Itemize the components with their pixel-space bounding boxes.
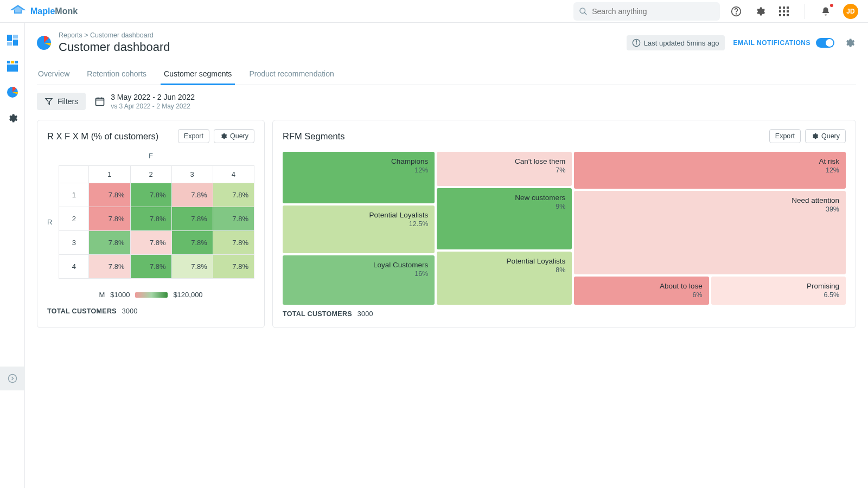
calendar-icon (94, 96, 105, 107)
heatmap-cell[interactable]: 7.8% (213, 183, 254, 207)
gear-icon[interactable] (754, 5, 767, 18)
heatmap-cell[interactable]: 7.8% (171, 231, 213, 255)
heatmap-col-header: 3 (171, 166, 213, 183)
gear-icon (220, 132, 227, 140)
treemap-cell[interactable]: Potential Loyalists12.5% (283, 206, 435, 253)
heatmap-cell[interactable]: 7.8% (130, 207, 171, 231)
heatmap-cell[interactable]: 7.8% (89, 207, 130, 231)
heatmap-cell[interactable]: 7.8% (130, 255, 171, 279)
svg-rect-22 (7, 65, 18, 72)
tab-retention-cohorts[interactable]: Retention cohorts (86, 64, 148, 85)
page-icon (37, 36, 51, 50)
treemap-cell[interactable]: About to lose6% (574, 277, 709, 305)
treemap-cell[interactable]: Can't lose them7% (437, 152, 572, 186)
legend-min: $1000 (110, 291, 130, 299)
svg-rect-21 (15, 61, 18, 63)
query-button[interactable]: Query (805, 129, 846, 143)
tab-overview[interactable]: Overview (37, 64, 71, 85)
heatmap-cell[interactable]: 7.8% (171, 183, 213, 207)
svg-rect-8 (787, 7, 789, 9)
user-avatar[interactable]: JD (843, 4, 858, 19)
treemap-cell[interactable]: Potential Loyalists8% (437, 252, 572, 305)
legend-m-label: M (99, 291, 105, 299)
heatmap-cell[interactable]: 7.8% (89, 255, 130, 279)
total-customers-value: 3000 (358, 310, 373, 318)
export-button[interactable]: Export (178, 129, 209, 143)
total-customers-label: TOTAL CUSTOMERS (47, 307, 117, 315)
search-icon (579, 7, 588, 16)
last-updated-pill: Last updated 5mins ago (627, 35, 725, 50)
query-button[interactable]: Query (214, 129, 254, 143)
search-box[interactable] (573, 2, 720, 21)
date-range-picker[interactable]: 3 May 2022 - 2 Jun 2022 vs 3 Apr 2022 - … (94, 93, 195, 110)
page-settings-icon[interactable] (843, 36, 856, 49)
svg-rect-18 (7, 42, 12, 46)
search-input[interactable] (592, 7, 714, 16)
tab-product-recommendation[interactable]: Product recommendation (248, 64, 335, 85)
toggle-switch[interactable] (816, 38, 834, 48)
sidebar-item-reports[interactable] (6, 86, 19, 99)
filters-label: Filters (58, 97, 78, 106)
help-icon[interactable] (730, 5, 743, 18)
breadcrumb[interactable]: Reports > Customer dashboard (59, 31, 170, 39)
heatmap-row-header: 2 (59, 207, 89, 231)
heatmap-cell[interactable]: 7.8% (89, 231, 130, 255)
logo[interactable]: MapleMonk (10, 5, 78, 18)
svg-rect-13 (783, 14, 785, 16)
sidebar-item-dashboards[interactable] (6, 34, 19, 47)
svg-point-26 (636, 41, 636, 41)
segment-percent: 12.5% (409, 220, 428, 228)
segment-name: Need attention (792, 196, 839, 204)
heatmap-cell[interactable]: 7.8% (130, 183, 171, 207)
heatmap-f-label: F (149, 152, 153, 160)
apps-icon[interactable] (777, 5, 790, 18)
panel-rfm-segments: RFM Segments Export Query Champions12% P… (272, 120, 856, 328)
legend-gradient (135, 292, 168, 298)
filters-button[interactable]: Filters (37, 93, 86, 110)
heatmap-cell[interactable]: 7.8% (213, 255, 254, 279)
sidebar-item-tables[interactable] (6, 60, 19, 73)
treemap-cell[interactable]: New customers9% (437, 188, 572, 249)
notifications-icon[interactable] (819, 5, 832, 18)
segment-name: Potential Loyalists (507, 257, 566, 265)
svg-rect-7 (783, 7, 785, 9)
svg-rect-10 (783, 10, 785, 12)
svg-rect-17 (13, 40, 18, 46)
logo-icon (10, 5, 26, 18)
treemap-cell[interactable]: Champions12% (283, 152, 435, 203)
segment-name: Loyal Customers (373, 261, 428, 269)
email-notifications-toggle[interactable]: EMAIL NOTIFICATIONS (733, 38, 834, 48)
treemap-cell[interactable]: Promising6.5% (711, 277, 846, 305)
total-customers-label: TOTAL CUSTOMERS (283, 310, 352, 318)
heatmap-cell[interactable]: 7.8% (171, 255, 213, 279)
segment-percent: 16% (414, 270, 428, 278)
svg-marker-1 (12, 7, 24, 12)
heatmap-cell[interactable]: 7.8% (171, 207, 213, 231)
sidebar (0, 23, 25, 488)
heatmap-cell[interactable]: 7.8% (89, 183, 130, 207)
panel-title-segments: RFM Segments (283, 131, 345, 142)
svg-rect-16 (13, 35, 18, 38)
treemap-cell[interactable]: Need attention39% (574, 191, 846, 274)
filter-icon (44, 97, 53, 106)
sidebar-item-settings[interactable] (6, 112, 19, 125)
heatmap-cell[interactable]: 7.8% (130, 231, 171, 255)
heatmap-cell[interactable]: 7.8% (213, 231, 254, 255)
segment-percent: 7% (556, 166, 565, 174)
topbar: MapleMonk JD (0, 0, 868, 23)
svg-line-3 (584, 12, 586, 15)
treemap-cell[interactable]: Loyal Customers16% (283, 255, 435, 305)
sidebar-expand[interactable] (0, 367, 25, 390)
heatmap-row-header: 3 (59, 231, 89, 255)
heatmap-row-header: 4 (59, 255, 89, 279)
heatmap-cell[interactable]: 7.8% (213, 207, 254, 231)
legend-max: $120,000 (173, 291, 202, 299)
segment-percent: 8% (556, 266, 565, 274)
tab-customer-segments[interactable]: Customer segments (163, 64, 233, 85)
segment-percent: 6% (693, 291, 703, 299)
export-button[interactable]: Export (769, 129, 801, 143)
treemap-cell[interactable]: At risk12% (574, 152, 846, 189)
segment-name: Can't lose them (515, 157, 565, 165)
segment-name: About to lose (660, 282, 703, 290)
svg-rect-15 (7, 35, 12, 41)
